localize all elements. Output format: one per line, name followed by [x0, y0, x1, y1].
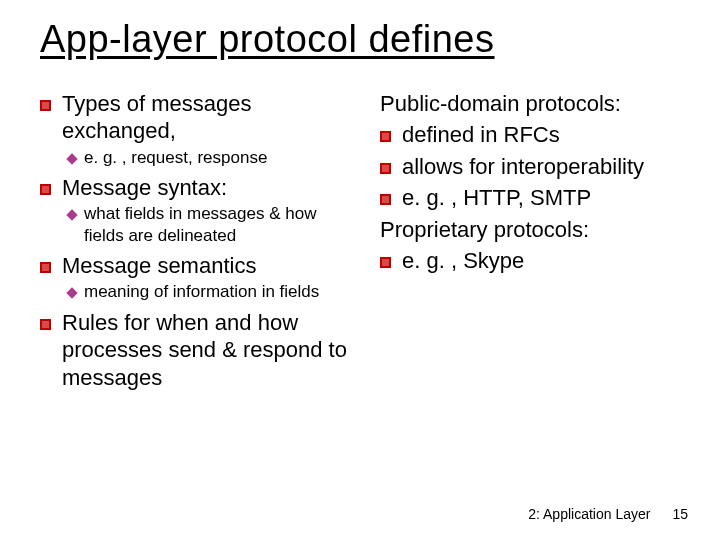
footer-page-number: 15	[672, 506, 688, 522]
diamond-bullet-icon	[66, 147, 84, 168]
list-item-text: defined in RFCs	[402, 121, 692, 149]
sublist-item: what fields in messages & how fields are…	[66, 203, 352, 246]
sublist-item: meaning of information in fields	[66, 281, 352, 302]
list-item-text: Types of messages exchanged,	[62, 90, 352, 145]
footer-chapter: 2: Application Layer	[528, 506, 650, 522]
list-item-text: Message semantics	[62, 252, 352, 280]
square-bullet-icon	[40, 309, 62, 392]
list-item-text: allows for interoperability	[402, 153, 692, 181]
section-heading: Proprietary protocols:	[380, 216, 692, 244]
list-item: Types of messages exchanged,	[40, 90, 352, 145]
slide: App-layer protocol defines Types of mess…	[0, 0, 720, 540]
square-bullet-icon	[380, 121, 402, 149]
list-item: defined in RFCs	[380, 121, 692, 149]
slide-footer: 2: Application Layer 15	[528, 506, 688, 522]
list-item-text: e. g. , Skype	[402, 247, 692, 275]
list-item: Message syntax:	[40, 174, 352, 202]
sublist-item-text: e. g. , request, response	[84, 147, 352, 168]
list-item-text: Rules for when and how processes send & …	[62, 309, 352, 392]
list-item: e. g. , Skype	[380, 247, 692, 275]
content-columns: Types of messages exchanged, e. g. , req…	[40, 86, 692, 394]
square-bullet-icon	[380, 153, 402, 181]
list-item: Rules for when and how processes send & …	[40, 309, 352, 392]
left-column: Types of messages exchanged, e. g. , req…	[40, 86, 352, 394]
diamond-bullet-icon	[66, 281, 84, 302]
square-bullet-icon	[380, 184, 402, 212]
square-bullet-icon	[40, 174, 62, 202]
right-column: Public-domain protocols: defined in RFCs…	[380, 86, 692, 394]
square-bullet-icon	[380, 247, 402, 275]
sublist-item: e. g. , request, response	[66, 147, 352, 168]
square-bullet-icon	[40, 252, 62, 280]
list-item-text: e. g. , HTTP, SMTP	[402, 184, 692, 212]
diamond-bullet-icon	[66, 203, 84, 246]
slide-title: App-layer protocol defines	[40, 18, 692, 62]
list-item: Message semantics	[40, 252, 352, 280]
list-item: allows for interoperability	[380, 153, 692, 181]
sublist-item-text: meaning of information in fields	[84, 281, 352, 302]
section-heading: Public-domain protocols:	[380, 90, 692, 118]
square-bullet-icon	[40, 90, 62, 145]
list-item: e. g. , HTTP, SMTP	[380, 184, 692, 212]
list-item-text: Message syntax:	[62, 174, 352, 202]
sublist-item-text: what fields in messages & how fields are…	[84, 203, 352, 246]
